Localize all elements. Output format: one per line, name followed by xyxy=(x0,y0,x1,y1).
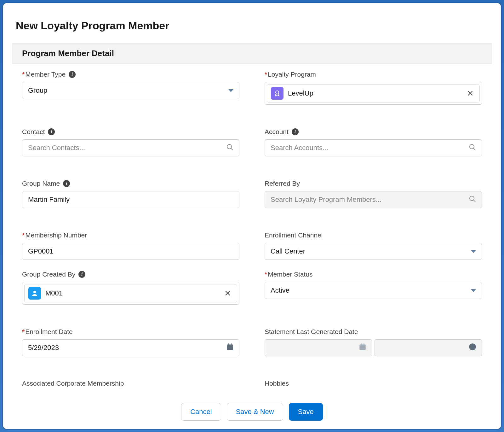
label-statement-date: Statement Last Generated Date xyxy=(265,328,358,336)
calendar-icon[interactable] xyxy=(358,343,367,353)
field-loyalty-program: *Loyalty Program LevelUp ✕ xyxy=(265,70,482,105)
info-icon[interactable]: i xyxy=(78,271,85,278)
new-member-modal: New Loyalty Program Member Program Membe… xyxy=(3,3,501,429)
field-group-name: Group Name i xyxy=(22,179,239,208)
svg-line-2 xyxy=(231,148,233,150)
pill-label: M001 xyxy=(45,289,218,297)
field-enrollment-date: *Enrollment Date 5/29/2023 xyxy=(22,327,239,356)
select-member-status-value: Active xyxy=(271,286,289,295)
svg-rect-14 xyxy=(361,343,362,345)
input-statement-date[interactable] xyxy=(265,339,372,356)
calendar-icon[interactable] xyxy=(226,343,234,353)
enrollment-date-value: 5/29/2023 xyxy=(28,344,59,352)
info-icon[interactable]: i xyxy=(48,128,55,135)
svg-rect-13 xyxy=(359,346,366,346)
field-account: Account i xyxy=(265,127,482,156)
svg-rect-15 xyxy=(364,343,364,345)
search-contact-input[interactable] xyxy=(28,140,223,156)
info-icon[interactable]: i xyxy=(69,71,76,78)
cancel-button[interactable]: Cancel xyxy=(181,403,221,421)
label-member-type: *Member Type xyxy=(22,71,66,78)
select-member-type[interactable]: Group xyxy=(22,82,239,99)
select-enrollment-channel-value: Call Center xyxy=(271,247,305,255)
section-header: Program Member Detail xyxy=(12,43,492,64)
lookup-account[interactable] xyxy=(265,139,482,156)
close-icon[interactable]: ✕ xyxy=(222,289,233,297)
search-icon xyxy=(226,143,234,152)
svg-point-5 xyxy=(470,196,474,201)
person-icon xyxy=(28,287,41,300)
field-statement-date: Statement Last Generated Date xyxy=(265,327,482,356)
label-enrollment-date: *Enrollment Date xyxy=(22,328,73,336)
label-member-status: *Member Status xyxy=(265,271,313,278)
field-membership-number: *Membership Number xyxy=(22,231,239,260)
input-membership-number[interactable] xyxy=(22,243,239,260)
modal-footer: Cancel Save & New Save xyxy=(3,398,501,429)
label-group-created-by: Group Created By xyxy=(22,271,75,278)
form-body: *Member Type i Group *Loyalty Program xyxy=(3,64,501,398)
field-member-status: *Member Status Active xyxy=(265,270,482,305)
search-account-input[interactable] xyxy=(271,140,466,156)
label-enrollment-channel: Enrollment Channel xyxy=(265,231,323,239)
svg-rect-8 xyxy=(227,344,233,350)
lookup-contact[interactable] xyxy=(22,139,239,156)
search-referred-by-input[interactable] xyxy=(271,191,466,208)
input-group-name[interactable] xyxy=(22,191,239,208)
svg-rect-11 xyxy=(231,343,232,345)
label-assoc-corp: Associated Corporate Membership xyxy=(22,380,124,387)
lookup-loyalty-program[interactable]: LevelUp ✕ xyxy=(265,82,482,105)
save-button[interactable]: Save xyxy=(289,403,323,421)
save-and-new-button[interactable]: Save & New xyxy=(227,403,283,421)
svg-line-4 xyxy=(473,148,475,150)
label-loyalty-program: *Loyalty Program xyxy=(265,71,316,78)
label-referred-by: Referred By xyxy=(265,180,300,187)
search-icon xyxy=(469,195,476,204)
award-icon xyxy=(271,87,284,100)
field-assoc-corp: Associated Corporate Membership xyxy=(22,379,239,388)
modal-header: New Loyalty Program Member xyxy=(3,3,501,43)
lookup-referred-by[interactable] xyxy=(265,191,482,208)
chevron-down-icon xyxy=(471,289,476,292)
field-member-type: *Member Type i Group xyxy=(22,70,239,105)
chevron-down-icon xyxy=(228,89,233,92)
lookup-group-created-by[interactable]: M001 ✕ xyxy=(22,282,239,305)
label-contact: Contact xyxy=(22,128,45,136)
input-enrollment-date[interactable]: 5/29/2023 xyxy=(22,339,239,356)
field-referred-by: Referred By xyxy=(265,179,482,208)
svg-point-1 xyxy=(227,144,232,149)
label-account: Account xyxy=(265,128,289,136)
info-icon[interactable]: i xyxy=(292,128,299,135)
svg-rect-10 xyxy=(228,343,229,345)
field-group-created-by: Group Created By i M001 ✕ xyxy=(22,270,239,305)
field-contact: Contact i xyxy=(22,127,239,156)
svg-point-7 xyxy=(33,291,36,293)
input-statement-time[interactable] xyxy=(375,339,482,356)
label-membership-number: *Membership Number xyxy=(22,231,87,239)
clock-icon[interactable] xyxy=(468,343,477,353)
select-member-status[interactable]: Active xyxy=(265,282,482,299)
select-enrollment-channel[interactable]: Call Center xyxy=(265,243,482,260)
svg-point-0 xyxy=(276,91,279,94)
svg-line-6 xyxy=(473,200,475,202)
label-hobbies: Hobbies xyxy=(265,380,289,387)
svg-point-3 xyxy=(470,144,474,149)
select-member-type-value: Group xyxy=(28,86,47,95)
svg-rect-12 xyxy=(359,344,366,350)
close-icon[interactable]: ✕ xyxy=(465,89,476,97)
label-group-name: Group Name xyxy=(22,180,60,187)
field-enrollment-channel: Enrollment Channel Call Center xyxy=(265,231,482,260)
search-icon xyxy=(469,143,476,152)
field-hobbies: Hobbies xyxy=(265,379,482,388)
chevron-down-icon xyxy=(471,250,476,253)
svg-rect-9 xyxy=(227,346,233,346)
pill-label: LevelUp xyxy=(288,89,461,97)
info-icon[interactable]: i xyxy=(63,180,70,187)
modal-title: New Loyalty Program Member xyxy=(16,20,491,32)
